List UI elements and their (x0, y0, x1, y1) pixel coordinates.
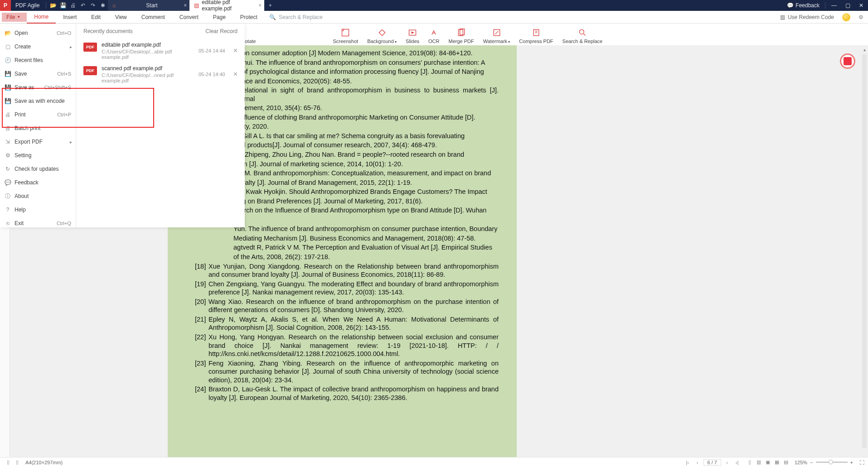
file-updates[interactable]: ↻Check for updates (0, 162, 76, 176)
new-tab-button[interactable]: + (264, 2, 276, 9)
page-icon-2[interactable]: ▯ (13, 459, 22, 465)
undo-icon[interactable]: ↶ (78, 0, 88, 11)
zoom-out-button[interactable]: − (810, 460, 813, 465)
maximize-button[interactable]: ▢ (841, 2, 854, 9)
reference-text: search on the Influence of Brand Anthrop… (233, 206, 499, 215)
redeem-code-button[interactable]: ▥ Use Redeem Code (776, 14, 839, 20)
file-menu-button[interactable]: File ▼ (2, 13, 27, 22)
search-icon: 🔍 (269, 14, 276, 20)
search-replace-button[interactable]: Search & Replace (558, 24, 607, 46)
file-feedback[interactable]: 💬Feedback (0, 176, 76, 189)
slides-button[interactable]: Slides (401, 24, 424, 46)
doc-path: C:/Users/CF/Desktop/...nned pdf example.… (102, 72, 194, 83)
search-replace-field[interactable]: 🔍 Search & Replace (269, 14, 323, 20)
menu-view[interactable]: View (108, 11, 134, 24)
menu-edit[interactable]: Edit (84, 11, 108, 24)
save-icon: 💾 (5, 71, 11, 77)
zoom-in-button[interactable]: + (850, 460, 853, 465)
recent-doc-item[interactable]: PDF editable pdf example.pdf C:/Users/CF… (82, 39, 239, 63)
file-batch-print[interactable]: 🖨Batch print (0, 121, 76, 135)
close-window-button[interactable]: ✕ (854, 2, 868, 9)
ref-number: [22] (195, 333, 209, 358)
view-mode-1[interactable]: ▯ (746, 459, 754, 466)
action-icon (844, 57, 852, 65)
ocr-button[interactable]: OCR (424, 24, 444, 46)
reference-text: of the Arts, 2008, 26(2): 197-218. (233, 253, 499, 261)
file-save-as[interactable]: 💾Save asCtrl+Shift+S (0, 81, 76, 94)
bulb-icon[interactable] (842, 13, 850, 21)
file-save[interactable]: 💾SaveCtrl+S (0, 67, 76, 81)
recent-header: Recently documents (83, 28, 133, 34)
app-logo: P (0, 0, 11, 11)
menu-home[interactable]: Home (27, 11, 56, 24)
page-number[interactable]: 6 / 7 (703, 459, 721, 466)
file-setting[interactable]: ⚙Setting (0, 149, 76, 162)
zoom-slider[interactable] (816, 462, 848, 463)
scroll-up-icon[interactable]: ▴ (862, 47, 867, 53)
menu-comment[interactable]: Comment (134, 11, 172, 24)
page-icon[interactable]: ▯ (4, 459, 13, 465)
recent-doc-item[interactable]: PDF scanned pdf example.pdf C:/Users/CF/… (82, 63, 239, 86)
floating-action-button[interactable] (840, 53, 855, 69)
menu-insert[interactable]: Insert (56, 11, 84, 24)
clear-record-button[interactable]: Clear Record (205, 28, 238, 34)
tab-start[interactable]: ⌂ Start × (108, 0, 189, 11)
doc-title: editable pdf example.pdf (102, 42, 194, 48)
minimize-button[interactable]: — (827, 2, 841, 9)
view-mode-4[interactable]: ▦ (773, 459, 781, 466)
menu-protect[interactable]: Protect (233, 11, 265, 24)
chevron-right-icon: ▸ (70, 44, 72, 49)
file-open[interactable]: 📂OpenCtrl+O (0, 26, 76, 40)
last-page-button[interactable]: ›| (733, 460, 741, 465)
vertical-scrollbar[interactable]: ▴ (861, 45, 868, 457)
close-icon[interactable]: × (184, 2, 187, 9)
file-save-encode[interactable]: 💾Save as with encode (0, 94, 76, 108)
tab-active-label: editable pdf example.pdf (202, 0, 260, 12)
compress-pdf-button[interactable]: Compress PDF (514, 24, 558, 46)
chevron-right-icon: ▸ (70, 140, 72, 144)
file-menu-right: Recently documents Clear Record PDF edit… (76, 24, 245, 227)
print-icon[interactable]: 🖨 (68, 0, 78, 11)
folder-icon: 📂 (5, 30, 11, 36)
file-about[interactable]: ⓘAbout (0, 189, 76, 203)
reference-text: l loyalty [J]. Journal of Brand Manageme… (233, 178, 499, 187)
background-button[interactable]: Background ▾ (363, 24, 401, 46)
file-print[interactable]: 🖨PrintCtrl+P (0, 108, 76, 121)
slides-icon (408, 28, 417, 38)
rotate-button-partial[interactable]: otate (245, 24, 260, 46)
menu-convert[interactable]: Convert (172, 11, 206, 24)
ref-number: [19] (195, 280, 209, 297)
first-page-button[interactable]: |‹ (684, 460, 692, 465)
remove-doc-button[interactable]: × (233, 47, 238, 55)
next-page-button[interactable]: › (723, 460, 731, 465)
view-mode-3[interactable]: ▣ (764, 459, 772, 466)
ref-text: Epley N, Waytz A, Akalis S, et al. When … (209, 315, 499, 332)
star-icon[interactable]: ✱ (98, 0, 108, 11)
clock-icon: 🕘 (5, 57, 11, 63)
fullscreen-button[interactable]: ⛶ (859, 460, 864, 465)
redo-icon[interactable]: ↷ (88, 0, 98, 11)
file-create[interactable]: ▢Create▸ (0, 40, 76, 53)
file-export[interactable]: ⇲Export PDF▸ (0, 135, 76, 149)
file-help[interactable]: ?Help (0, 203, 76, 217)
close-icon[interactable]: × (258, 2, 262, 9)
open-icon[interactable]: 📂 (48, 0, 58, 11)
prev-page-button[interactable]: ‹ (693, 460, 702, 465)
watermark-button[interactable]: Watermark ▾ (479, 24, 515, 46)
doc-path: C:/Users/CF/Desktop/...able pdf example.… (102, 49, 194, 60)
view-mode-2[interactable]: ▥ (755, 459, 763, 466)
view-mode-5[interactable]: ▤ (782, 459, 790, 466)
screenshot-button[interactable]: Screenshot (328, 24, 363, 46)
reference-text: nism [J]. Journal of marketing science, … (233, 160, 499, 169)
ref-text: Xue Yunjian, Dong Xiangdong. Research on… (209, 262, 499, 279)
remove-doc-button[interactable]: × (233, 70, 238, 78)
feedback-button[interactable]: 💬 Feedback (783, 2, 823, 9)
file-recent[interactable]: 🕘Recent files (0, 53, 76, 67)
merge-pdf-button[interactable]: Merge PDF (444, 24, 479, 46)
settings-sliders-icon[interactable]: ⚙ (854, 14, 868, 20)
menu-page[interactable]: Page (206, 11, 233, 24)
save-icon[interactable]: 💾 (58, 0, 68, 11)
tab-active[interactable]: ▤ editable pdf example.pdf × (189, 0, 264, 11)
file-exit[interactable]: ⎋ExitCtrl+Q (0, 217, 76, 230)
merge-icon (457, 28, 466, 38)
